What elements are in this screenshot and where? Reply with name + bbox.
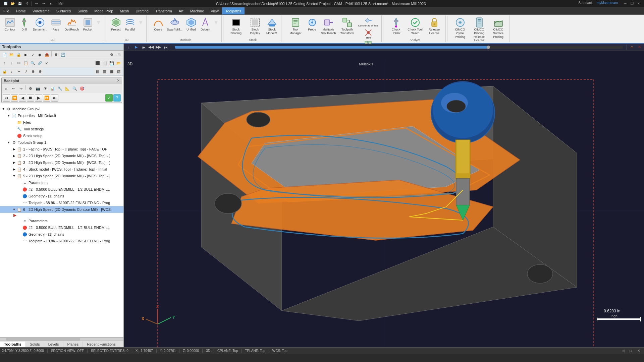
tree-op1[interactable]: ▶ 📋 1 - Facing - [WCS: Top] - [Tplane: T…: [0, 146, 123, 153]
toolbar-btn-4[interactable]: ▶: [22, 51, 29, 58]
tree-expand-machine[interactable]: ▼: [1, 107, 5, 111]
vp-warning-btn[interactable]: ⚠: [629, 44, 635, 50]
new-btn[interactable]: 📄: [3, 1, 9, 7]
bp-stop-btn[interactable]: ⏹: [27, 94, 34, 102]
tree-expand-op1[interactable]: ▶: [12, 147, 16, 151]
ribbon-2d-more-btn[interactable]: ▼: [95, 16, 102, 29]
bp-settings-btn[interactable]: ⚙: [27, 85, 34, 92]
tree-op6-tool[interactable]: ▶ 🔴 #2 - 0.5000 BULL ENDMILL - 1/2 BULL …: [0, 224, 123, 231]
ribbon-stock-model-btn[interactable]: StockModel▼: [265, 16, 279, 36]
vp-prev-btn[interactable]: ⏮: [140, 44, 147, 50]
bp-display-btn[interactable]: 👁: [42, 85, 49, 92]
ribbon-optirough-btn[interactable]: OptiRough: [63, 16, 80, 33]
ribbon-trim-btn[interactable]: Trim: [357, 28, 379, 40]
toolbar-btn-8[interactable]: 🗑: [53, 51, 59, 58]
bp-prev-btn[interactable]: ⏪: [11, 94, 18, 102]
menu-surfaces[interactable]: Surfaces: [53, 7, 74, 14]
toolpaths-tree[interactable]: ▼ ⚙ Machine Group-1 ▼ 📄 Properties - Mil…: [0, 104, 123, 337]
h-scrollbar-thumb[interactable]: [6, 338, 80, 341]
bp-more5-btn[interactable]: 🎯: [79, 85, 86, 92]
t3-btn-1[interactable]: 🔒: [1, 68, 8, 75]
t2-btn-3[interactable]: ✂: [15, 60, 22, 66]
toolbar-btn-9[interactable]: 🔄: [60, 51, 66, 58]
t3-btn-7[interactable]: ▤: [94, 68, 101, 75]
redo-btn[interactable]: ↪: [41, 1, 47, 7]
t3-btn-5[interactable]: ⊕: [30, 68, 36, 75]
t3-btn-8[interactable]: ▥: [101, 68, 108, 75]
t2-btn-7[interactable]: ☑: [44, 60, 50, 66]
status-btn-3[interactable]: ✕: [635, 348, 642, 354]
bp-ok-btn[interactable]: ✓: [105, 94, 113, 102]
ribbon-stock-display-btn[interactable]: Stock Display: [246, 16, 264, 36]
tree-op5[interactable]: ▼ 📋 5 - 2D High Speed (2D Dynamic Mill) …: [0, 173, 123, 179]
t3-btn-10[interactable]: ▧: [115, 68, 122, 75]
ribbon-toolpath-transform-btn[interactable]: Toolpath Transform: [338, 16, 357, 36]
restore-btn[interactable]: ❐: [629, 1, 635, 6]
tree-op6[interactable]: ▼ 📋 6 - 2D High Speed (2D Dynamic Contou…: [0, 206, 123, 213]
status-btn-2[interactable]: ▷: [628, 348, 634, 354]
vp-step-fwd-btn[interactable]: ▶▶: [155, 44, 162, 50]
menu-machine[interactable]: Machine: [187, 7, 208, 14]
t2-btn-9[interactable]: ⬜: [101, 60, 108, 66]
t2-btn-8[interactable]: ⬛: [94, 60, 101, 66]
tree-properties[interactable]: ▼ 📄 Properties - Mill Default: [0, 112, 123, 119]
t2-btn-1[interactable]: ↑: [1, 60, 8, 66]
bp-more1-btn[interactable]: 📊: [49, 85, 56, 92]
btab-recent[interactable]: Recent Functions: [83, 342, 120, 347]
menu-view[interactable]: View: [207, 7, 222, 14]
ribbon-curve-btn[interactable]: Curve: [152, 16, 165, 33]
tree-op5-tool[interactable]: ▶ 🔴 #2 - 0.5000 BULL ENDMILL - 1/2 BULL …: [0, 186, 123, 193]
menu-file[interactable]: File: [0, 7, 13, 14]
tree-toolpath-group[interactable]: ▼ ⚙ Toolpath Group-1: [0, 139, 123, 146]
t2-btn-10[interactable]: 💾: [108, 60, 115, 66]
tree-op5-tp[interactable]: ▶ 〰 Toolpath - 38.9K - 6100F-22 FINISHED…: [0, 199, 123, 206]
ribbon-cimco-surface-btn[interactable]: CIMCO SurfaceProbing: [489, 16, 507, 40]
ribbon-multiaxis-more-btn[interactable]: ▼: [213, 16, 219, 29]
btab-toolpaths[interactable]: Toolpaths: [0, 342, 26, 347]
t3-btn-2[interactable]: ↕: [8, 68, 15, 75]
tree-expand-op4[interactable]: ▶: [12, 167, 16, 171]
menu-mesh[interactable]: Mesh: [116, 7, 132, 14]
toolbar-btn-1[interactable]: 📄: [1, 51, 8, 58]
tree-op5-geom[interactable]: ▶ 🔵 Geometry - (1) chains: [0, 193, 123, 199]
status-tplane[interactable]: TPLANE: Top: [245, 349, 265, 353]
bp-play-fwd-btn[interactable]: ▶: [35, 94, 42, 102]
ribbon-drill-btn[interactable]: Drill: [17, 16, 31, 33]
tree-expand-op6[interactable]: ▼: [12, 207, 16, 212]
tree-expand-properties[interactable]: ▼: [7, 114, 11, 118]
status-btn-1[interactable]: ◁: [620, 348, 627, 354]
tree-op6-tp[interactable]: ▶ 〰 Toolpath - 19.8K - 6100F-22 FINISHED…: [0, 238, 123, 244]
vp-arrow-btn[interactable]: ↑: [125, 44, 132, 50]
tree-machine-group[interactable]: ▼ ⚙ Machine Group-1: [0, 106, 123, 112]
toolbar-btn-2[interactable]: 📂: [8, 51, 15, 58]
scene-3d[interactable]: Y Z X 3D Multiaxis Viewsheet 1 + 0.6283 …: [124, 51, 644, 347]
h-scrollbar[interactable]: [0, 337, 123, 341]
tree-op6-geom[interactable]: ▶ 🔵 Geometry - (1) chains: [0, 231, 123, 238]
vp-next-btn[interactable]: ⏭: [162, 44, 169, 50]
tree-expand-op2[interactable]: ▶: [12, 154, 16, 158]
ribbon-dynamic-btn[interactable]: Dynamic...: [32, 16, 49, 33]
bp-fwd-step-btn[interactable]: ⇒: [17, 85, 24, 92]
close-btn[interactable]: ✕: [636, 1, 641, 6]
ribbon-unified-btn[interactable]: Unified: [184, 16, 198, 33]
ribbon-probe-btn[interactable]: Probe: [306, 16, 319, 33]
toolbar-btn-3[interactable]: 🔒: [15, 51, 22, 58]
save-btn[interactable]: 💾: [17, 1, 23, 7]
ribbon-cimco-probing-license-btn[interactable]: CIMCO ProbingRelease License: [470, 16, 488, 43]
customize-btn[interactable]: ▼: [48, 1, 54, 7]
minimize-btn[interactable]: ─: [623, 1, 628, 6]
t2-btn-6[interactable]: 🔗: [37, 60, 43, 66]
t3-btn-9[interactable]: ▦: [108, 68, 115, 75]
bp-more2-btn[interactable]: 🔧: [57, 85, 63, 92]
ribbon-3d-more-btn[interactable]: ▼: [138, 16, 144, 29]
tree-expand-tpgroup[interactable]: ▼: [7, 140, 11, 144]
tree-expand-op3[interactable]: ▶: [12, 161, 16, 165]
tree-op5-params[interactable]: ▶ ≡ Parameters: [0, 179, 123, 186]
menu-toolpaths[interactable]: Toolpaths: [222, 7, 245, 14]
bp-camera-btn[interactable]: 📷: [35, 85, 41, 92]
bp-skip-end-btn[interactable]: ⏭: [51, 94, 58, 102]
toolbar-btn-6[interactable]: ◉: [37, 51, 43, 58]
tree-op4[interactable]: ▶ 📋 4 - Stock model - [WCS: Top] - [Tpla…: [0, 166, 123, 173]
status-wcs[interactable]: WCS: Top: [272, 349, 287, 353]
status-cplane[interactable]: CPLANE: Top: [217, 349, 238, 353]
